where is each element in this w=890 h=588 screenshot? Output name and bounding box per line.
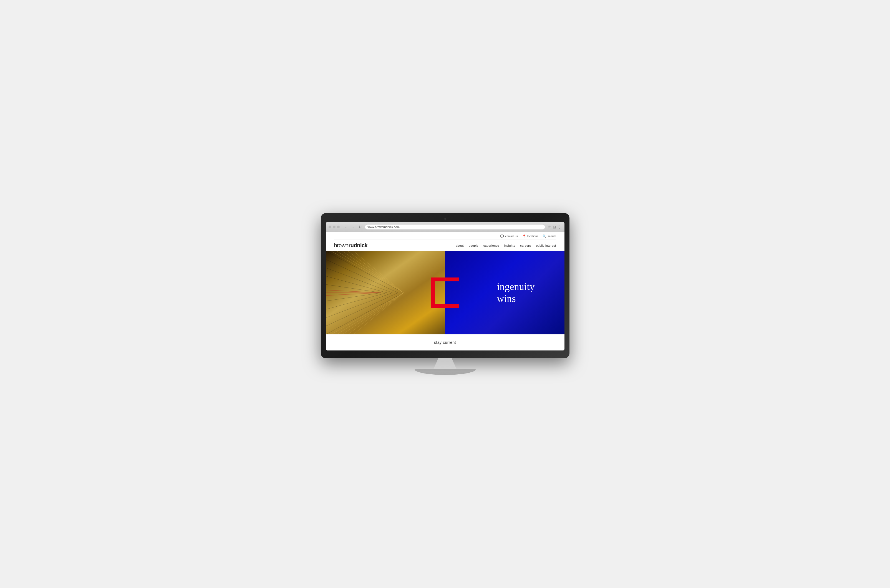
svg-rect-29 [431,278,459,281]
stay-current-section: stay current [326,334,564,351]
svg-rect-30 [431,278,435,308]
menu-icon[interactable]: ⋮ [558,225,562,229]
search-link[interactable]: 🔍 search [543,234,556,238]
nav-insights[interactable]: insights [504,244,515,247]
header-top-bar: 💬 contact us 📍 locations 🔍 search [334,232,556,240]
browser-dots [329,226,340,228]
nav-about[interactable]: about [456,244,464,247]
monitor-wrapper: ← → ↻ www.brownrudnick.com ☆ ⊡ ⋮ [321,213,569,375]
hero-headline: ingenuity wins [497,281,535,304]
monitor-outer: ← → ↻ www.brownrudnick.com ☆ ⊡ ⋮ [321,213,569,358]
browser-icons-right: ☆ ⊡ ⋮ [548,225,562,229]
hero-right-panel: ingenuity wins [445,251,564,334]
hero-section: ingenuity wins [326,251,564,334]
nav-people[interactable]: people [469,244,479,247]
header-main-bar: brownrudnick about people experience ins… [334,240,556,251]
star-icon[interactable]: ☆ [548,225,551,229]
logo-bold-text: rudnick [348,242,368,248]
browser-dot-max [337,226,340,228]
browser-chrome: ← → ↻ www.brownrudnick.com ☆ ⊡ ⋮ [326,222,564,232]
url-text: www.brownrudnick.com [368,225,400,229]
monitor-screen: ← → ↻ www.brownrudnick.com ☆ ⊡ ⋮ [326,222,564,351]
nav-public-interest[interactable]: public interest [536,244,556,247]
svg-rect-31 [431,304,459,308]
bracket-svg [428,275,462,311]
arch-svg [326,251,445,334]
monitor-stand-base [414,369,476,375]
search-label: search [548,235,556,238]
bookmark-icon[interactable]: ⊡ [553,225,556,229]
site-logo[interactable]: brownrudnick [334,242,368,249]
headline-line2: wins [497,293,516,304]
monitor-stand-neck [428,358,462,369]
hero-text: ingenuity wins [475,281,535,304]
browser-dot-close [329,226,331,228]
contact-us-link[interactable]: 💬 contact us [500,234,518,238]
headline-line1: ingenuity [497,281,535,292]
red-bracket-logo [428,275,462,311]
website-content: 💬 contact us 📍 locations 🔍 search [326,232,564,351]
stay-current-text: stay current [434,340,456,345]
nav-careers[interactable]: careers [520,244,531,247]
contact-us-label: contact us [505,235,518,238]
browser-back-button[interactable]: ← [344,225,348,229]
hero-image [326,251,445,334]
browser-dot-min [333,226,336,228]
browser-refresh-button[interactable]: ↻ [358,225,362,229]
browser-forward-button[interactable]: → [351,225,356,229]
nav-experience[interactable]: experience [483,244,499,247]
camera-dot [444,218,446,220]
locations-label: locations [527,235,538,238]
browser-address-bar[interactable]: www.brownrudnick.com [365,224,545,230]
main-navigation: about people experience insights careers… [456,244,556,247]
contact-icon: 💬 [500,234,504,238]
logo-light-text: brown [334,242,348,248]
site-header: 💬 contact us 📍 locations 🔍 search [326,232,564,251]
search-icon: 🔍 [543,234,546,238]
locations-link[interactable]: 📍 locations [522,234,538,238]
location-icon: 📍 [522,234,526,238]
